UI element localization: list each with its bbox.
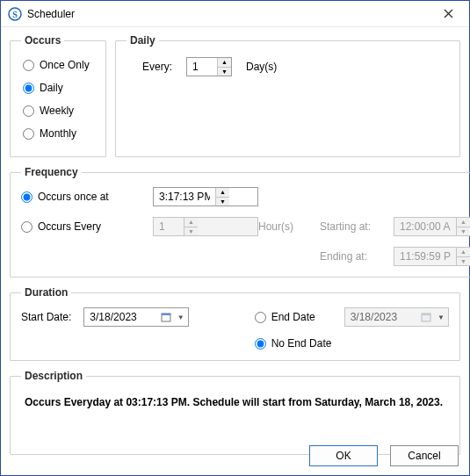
spinner-arrows: ▲ ▼ bbox=[184, 218, 198, 235]
description-group: Description Occurs Everyday at 03:17:13 … bbox=[10, 370, 460, 455]
freq-once-time-input[interactable] bbox=[154, 188, 215, 206]
daily-unit-label: Day(s) bbox=[246, 61, 277, 73]
daily-group: Daily Every: ▲ ▼ Day(s) bbox=[115, 34, 460, 157]
spinner-down-icon[interactable]: ▼ bbox=[218, 68, 231, 76]
freq-starting-spinner: ▲ ▼ bbox=[394, 217, 470, 236]
chevron-down-icon: ▼ bbox=[177, 314, 184, 321]
occurs-group: Occurs Once Only Daily Weekly bbox=[10, 34, 106, 157]
occurs-option-daily[interactable]: Daily bbox=[23, 82, 93, 94]
freq-starting-label: Starting at: bbox=[320, 220, 383, 233]
duration-start-picker[interactable]: 3/18/2023 ▼ bbox=[83, 307, 188, 327]
occurs-radio-monthly[interactable] bbox=[23, 128, 34, 140]
occurs-option-weekly[interactable]: Weekly bbox=[23, 105, 93, 117]
occurs-option-monthly[interactable]: Monthly bbox=[23, 127, 93, 140]
spinner-arrows: ▲ ▼ bbox=[217, 58, 231, 76]
dialog-footer: OK Cancel bbox=[309, 445, 459, 466]
duration-group: Duration Start Date: 3/18/2023 ▼ bbox=[10, 286, 460, 361]
spinner-up-icon[interactable]: ▲ bbox=[216, 188, 229, 198]
freq-every-unit: Hour(s) bbox=[258, 220, 320, 233]
freq-starting-input bbox=[394, 218, 456, 235]
chevron-down-icon: ▼ bbox=[437, 314, 445, 321]
close-button[interactable] bbox=[434, 4, 462, 25]
spinner-down-icon: ▼ bbox=[457, 257, 470, 266]
occurs-radio-weekly[interactable] bbox=[23, 105, 34, 117]
freq-label-every: Occurs Every bbox=[38, 220, 101, 233]
duration-start-value: 3/18/2023 bbox=[90, 311, 136, 323]
occurs-label-weekly: Weekly bbox=[40, 105, 74, 117]
cancel-button[interactable]: Cancel bbox=[390, 445, 459, 466]
spinner-arrows: ▲ ▼ bbox=[215, 188, 229, 206]
freq-every-input bbox=[154, 218, 184, 235]
duration-end-picker: 3/18/2023 ▼ bbox=[344, 307, 449, 327]
duration-radio-enddate[interactable] bbox=[255, 312, 266, 323]
occurs-label-daily: Daily bbox=[40, 82, 63, 94]
svg-text:S: S bbox=[12, 10, 18, 19]
duration-enddate-label: End Date bbox=[271, 311, 315, 323]
spinner-down-icon: ▼ bbox=[184, 227, 198, 236]
duration-option-noend[interactable]: No End Date bbox=[255, 337, 449, 350]
freq-ending-label: Ending at: bbox=[320, 250, 383, 263]
spinner-up-icon: ▲ bbox=[457, 248, 470, 257]
spinner-arrows: ▲ ▼ bbox=[456, 248, 470, 265]
daily-every-label: Every: bbox=[142, 61, 172, 73]
spinner-down-icon[interactable]: ▼ bbox=[216, 198, 229, 206]
titlebar: S Scheduler bbox=[1, 1, 469, 27]
svg-rect-3 bbox=[162, 314, 170, 315]
frequency-legend: Frequency bbox=[21, 166, 82, 178]
freq-ending-spinner: ▲ ▼ bbox=[394, 247, 470, 266]
description-text: Occurs Everyday at 03:17:13 PM. Schedule… bbox=[21, 391, 449, 444]
app-icon: S bbox=[8, 7, 22, 21]
spinner-arrows: ▲ ▼ bbox=[456, 218, 470, 235]
svg-rect-5 bbox=[422, 314, 430, 315]
spinner-up-icon: ▲ bbox=[457, 218, 470, 227]
freq-every-spinner: ▲ ▼ bbox=[153, 217, 258, 236]
freq-radio-every[interactable] bbox=[21, 221, 33, 233]
description-legend: Description bbox=[21, 370, 86, 382]
daily-every-input[interactable] bbox=[187, 58, 217, 76]
calendar-icon bbox=[160, 311, 172, 323]
duration-legend: Duration bbox=[21, 286, 71, 299]
ok-button[interactable]: OK bbox=[309, 445, 378, 466]
freq-ending-input bbox=[394, 248, 456, 265]
freq-radio-once[interactable] bbox=[21, 191, 33, 203]
occurs-radio-daily[interactable] bbox=[23, 83, 34, 94]
duration-option-enddate[interactable]: End Date bbox=[255, 311, 334, 323]
daily-every-spinner[interactable]: ▲ ▼ bbox=[186, 57, 232, 76]
duration-noend-label: No End Date bbox=[271, 337, 332, 350]
occurs-radio-once[interactable] bbox=[23, 60, 34, 71]
freq-option-once[interactable]: Occurs once at bbox=[21, 191, 153, 203]
occurs-legend: Occurs bbox=[21, 34, 64, 47]
duration-start-label: Start Date: bbox=[21, 311, 71, 323]
spinner-down-icon: ▼ bbox=[457, 227, 470, 236]
spinner-up-icon: ▲ bbox=[184, 218, 198, 227]
frequency-group: Frequency Occurs once at ▲ ▼ bbox=[10, 166, 470, 278]
scheduler-dialog: S Scheduler Occurs Once Only bbox=[0, 0, 470, 476]
duration-end-value: 3/18/2023 bbox=[351, 311, 397, 323]
freq-option-every[interactable]: Occurs Every bbox=[21, 220, 153, 233]
calendar-icon bbox=[420, 311, 432, 323]
freq-label-once: Occurs once at bbox=[38, 191, 109, 203]
occurs-label-monthly: Monthly bbox=[40, 127, 76, 140]
occurs-option-once[interactable]: Once Only bbox=[23, 59, 93, 71]
spinner-up-icon[interactable]: ▲ bbox=[218, 58, 231, 68]
daily-legend: Daily bbox=[127, 34, 159, 47]
occurs-label-once: Once Only bbox=[40, 59, 90, 71]
close-icon bbox=[444, 9, 453, 18]
window-title: Scheduler bbox=[27, 8, 434, 20]
duration-radio-noend[interactable] bbox=[255, 338, 266, 350]
freq-once-time-spinner[interactable]: ▲ ▼ bbox=[153, 187, 258, 206]
